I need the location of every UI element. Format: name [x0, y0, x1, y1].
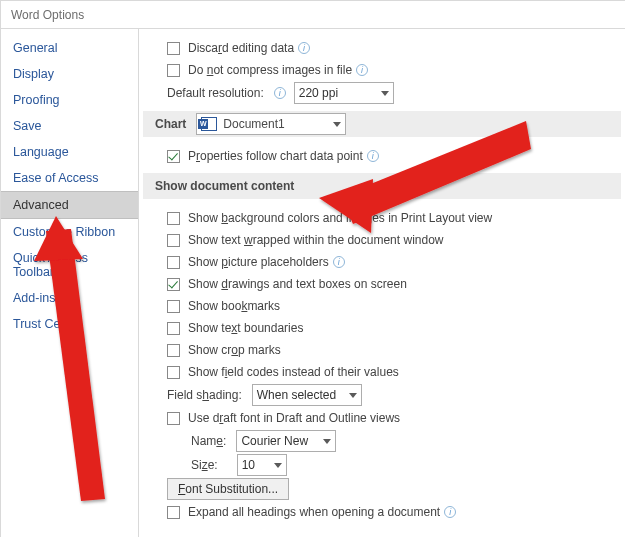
select-value: 10: [242, 458, 255, 472]
font-substitution-button[interactable]: Font Substitution... Font Substitution..…: [167, 478, 289, 500]
draft-font-name-select[interactable]: Courier New: [236, 430, 336, 452]
option-show-drawings[interactable]: Show drawings and text boxes on screen S…: [139, 273, 625, 295]
option-show-text-wrapped[interactable]: Show text wrapped within the document wi…: [139, 229, 625, 251]
sidebar-item-display[interactable]: Display: [1, 61, 138, 87]
checkbox-icon[interactable]: [167, 212, 180, 225]
window-title: Word Options: [1, 1, 625, 29]
body: General Display Proofing Save Language E…: [1, 29, 625, 537]
default-resolution-row: Default resolution: 220 ppi: [139, 81, 625, 105]
chevron-down-icon: [323, 439, 331, 444]
info-icon[interactable]: [356, 64, 368, 76]
checkbox-icon[interactable]: [167, 278, 180, 291]
default-resolution-select[interactable]: 220 ppi: [294, 82, 394, 104]
select-value: Courier New: [241, 434, 308, 448]
draft-font-size-select[interactable]: 10: [237, 454, 287, 476]
info-icon[interactable]: [367, 150, 379, 162]
sidebar-item-add-ins[interactable]: Add-ins: [1, 285, 138, 311]
option-show-picture-placeholders[interactable]: Show picture placeholders Show picture p…: [139, 251, 625, 273]
label: Show picture placeholders: [188, 255, 329, 269]
label: Show crop marks: [188, 343, 281, 357]
checkbox-icon[interactable]: [167, 64, 180, 77]
option-show-text-boundaries[interactable]: Show text boundaries Show text boundarie…: [139, 317, 625, 339]
chevron-down-icon: [333, 122, 341, 127]
option-dont-compress-images[interactable]: Do not compress images in file Do not co…: [139, 59, 625, 81]
info-icon[interactable]: [444, 506, 456, 518]
checkbox-icon[interactable]: [167, 42, 180, 55]
sidebar-item-language[interactable]: Language: [1, 139, 138, 165]
info-icon[interactable]: [274, 87, 286, 99]
option-show-crop-marks[interactable]: Show crop marks Show crop marks: [139, 339, 625, 361]
draft-font-name-row: Name: Name: Courier New: [139, 429, 625, 453]
sidebar-item-quick-access-toolbar[interactable]: Quick Access Toolbar: [1, 245, 138, 285]
sidebar-item-ease-of-access[interactable]: Ease of Access: [1, 165, 138, 191]
checkbox-icon[interactable]: [167, 366, 180, 379]
option-show-field-codes[interactable]: Show field codes instead of their values…: [139, 361, 625, 383]
checkbox-icon[interactable]: [167, 322, 180, 335]
field-shading-row: Field shading: Field shading: When selec…: [139, 383, 625, 407]
info-icon[interactable]: [333, 256, 345, 268]
label: Show field codes instead of their values: [188, 365, 399, 379]
checkbox-icon[interactable]: [167, 344, 180, 357]
font-substitution-row: Font Substitution... Font Substitution..…: [139, 477, 625, 501]
field-shading-select[interactable]: When selected: [252, 384, 362, 406]
checkbox-icon[interactable]: [167, 300, 180, 313]
chevron-down-icon: [381, 91, 389, 96]
draft-font-size-row: Size: Size: 10: [139, 453, 625, 477]
default-resolution-label: Default resolution:: [167, 86, 264, 100]
checkbox-icon[interactable]: [167, 234, 180, 247]
select-value: When selected: [257, 388, 336, 402]
info-icon[interactable]: [298, 42, 310, 54]
section-title: Show document content: [155, 179, 294, 193]
label: Do not compress images in file: [188, 63, 352, 77]
sidebar-item-save[interactable]: Save: [1, 113, 138, 139]
chevron-down-icon: [274, 463, 282, 468]
sidebar: General Display Proofing Save Language E…: [1, 29, 139, 537]
option-properties-follow-chart[interactable]: Properties follow chart data point Prope…: [139, 145, 625, 167]
field-shading-label: Field shading:: [167, 388, 242, 402]
label: Show text wrapped within the document wi…: [188, 233, 443, 247]
section-title: Chart: [155, 117, 186, 131]
select-value: Document1: [223, 117, 284, 131]
label: Discard editing data: [188, 41, 294, 55]
word-options-window: { "title": "Word Options", "sidebar": { …: [0, 0, 625, 537]
label: Use draft font in Draft and Outline view…: [188, 411, 400, 425]
main-pane: Discard editing data Discard editing dat…: [139, 29, 625, 537]
label: Show background colors and images in Pri…: [188, 211, 492, 225]
sidebar-item-customize-ribbon[interactable]: Customize Ribbon: [1, 219, 138, 245]
checkbox-icon[interactable]: [167, 256, 180, 269]
sidebar-item-advanced[interactable]: Advanced: [1, 191, 138, 219]
option-expand-all-headings[interactable]: Expand all headings when opening a docum…: [139, 501, 625, 523]
sidebar-item-trust-center[interactable]: Trust Center: [1, 311, 138, 337]
section-show-document-content: Show document content: [143, 173, 621, 199]
size-label: Size:: [191, 458, 218, 472]
checkbox-icon[interactable]: [167, 412, 180, 425]
checkbox-icon[interactable]: [167, 506, 180, 519]
option-discard-editing-data[interactable]: Discard editing data Discard editing dat…: [139, 37, 625, 59]
sidebar-item-general[interactable]: General: [1, 35, 138, 61]
section-chart: Chart Document1: [143, 111, 621, 137]
name-label: Name:: [191, 434, 226, 448]
label: Expand all headings when opening a docum…: [188, 505, 440, 519]
option-show-background-colors[interactable]: Show background colors and images in Pri…: [139, 207, 625, 229]
select-value: 220 ppi: [299, 86, 338, 100]
chevron-down-icon: [349, 393, 357, 398]
sidebar-item-proofing[interactable]: Proofing: [1, 87, 138, 113]
label: Show drawings and text boxes on screen: [188, 277, 407, 291]
checkbox-icon[interactable]: [167, 150, 180, 163]
option-use-draft-font[interactable]: Use draft font in Draft and Outline view…: [139, 407, 625, 429]
option-show-bookmarks[interactable]: Show bookmarks Show bookmarks: [139, 295, 625, 317]
label: Show bookmarks: [188, 299, 280, 313]
label: Properties follow chart data point: [188, 149, 363, 163]
button-label: Font Substitution...: [178, 482, 278, 496]
chart-document-select[interactable]: Document1: [196, 113, 346, 135]
label: Show text boundaries: [188, 321, 303, 335]
word-document-icon: [201, 117, 217, 131]
